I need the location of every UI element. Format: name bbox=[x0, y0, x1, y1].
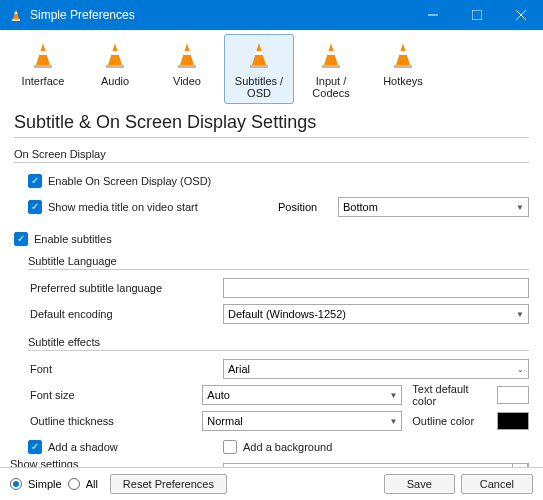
outlinecolor-swatch[interactable] bbox=[497, 412, 529, 430]
preferred-lang-input[interactable] bbox=[223, 278, 529, 298]
svg-rect-23 bbox=[394, 65, 412, 68]
chevron-down-icon: ▼ bbox=[389, 417, 397, 426]
tab-video[interactable]: Video bbox=[152, 34, 222, 104]
simple-radio-label: Simple bbox=[28, 478, 62, 490]
simple-radio[interactable] bbox=[10, 478, 22, 490]
cone-icon bbox=[387, 39, 419, 71]
show-title-label: Show media title on video start bbox=[48, 201, 278, 213]
tab-audio[interactable]: Audio bbox=[80, 34, 150, 104]
svg-rect-8 bbox=[34, 65, 52, 68]
show-settings-group: Simple All Reset Preferences bbox=[10, 474, 227, 494]
svg-marker-18 bbox=[255, 51, 263, 55]
language-legend: Subtitle Language bbox=[28, 253, 529, 270]
svg-marker-24 bbox=[399, 51, 407, 55]
preferred-lang-label: Preferred subtitle language bbox=[28, 282, 223, 294]
svg-rect-14 bbox=[178, 65, 196, 68]
enable-subtitles-checkbox[interactable] bbox=[14, 232, 28, 246]
window-title: Simple Preferences bbox=[30, 8, 411, 22]
app-icon bbox=[8, 7, 24, 23]
effects-group: Subtitle effects Font Arial⌄ Font size A… bbox=[14, 334, 529, 485]
encoding-label: Default encoding bbox=[28, 308, 223, 320]
font-select[interactable]: Arial⌄ bbox=[223, 359, 529, 379]
textcolor-label: Text default color bbox=[402, 383, 492, 407]
cone-icon bbox=[27, 39, 59, 71]
tab-bar: Interface Audio Video Subtitles / OSD In… bbox=[0, 30, 543, 104]
cone-icon bbox=[99, 39, 131, 71]
svg-marker-9 bbox=[39, 51, 47, 55]
shadow-label: Add a shadow bbox=[48, 441, 223, 453]
cone-icon bbox=[171, 39, 203, 71]
all-radio-label: All bbox=[86, 478, 98, 490]
tab-input-codecs[interactable]: Input / Codecs bbox=[296, 34, 366, 104]
cone-icon bbox=[315, 39, 347, 71]
svg-rect-20 bbox=[322, 65, 340, 68]
outlinecolor-label: Outline color bbox=[402, 415, 492, 427]
encoding-select[interactable]: Default (Windows-1252)▼ bbox=[223, 304, 529, 324]
svg-marker-21 bbox=[327, 51, 335, 55]
fontsize-select[interactable]: Auto▼ bbox=[202, 385, 402, 405]
svg-marker-12 bbox=[111, 51, 119, 55]
language-group: Subtitle Language Preferred subtitle lan… bbox=[14, 253, 529, 326]
enable-osd-label: Enable On Screen Display (OSD) bbox=[48, 175, 211, 187]
all-radio[interactable] bbox=[68, 478, 80, 490]
background-checkbox[interactable] bbox=[223, 440, 237, 454]
svg-rect-17 bbox=[250, 65, 268, 68]
background-label: Add a background bbox=[243, 441, 332, 453]
effects-legend: Subtitle effects bbox=[28, 334, 529, 351]
osd-legend: On Screen Display bbox=[14, 146, 529, 163]
svg-marker-15 bbox=[183, 51, 191, 55]
show-title-checkbox[interactable] bbox=[28, 200, 42, 214]
svg-rect-11 bbox=[106, 65, 124, 68]
footer: Simple All Reset Preferences Save Cancel bbox=[0, 467, 543, 500]
shadow-checkbox[interactable] bbox=[28, 440, 42, 454]
svg-rect-1 bbox=[12, 19, 20, 21]
fontsize-label: Font size bbox=[28, 389, 202, 401]
svg-rect-4 bbox=[472, 10, 482, 20]
font-label: Font bbox=[28, 363, 223, 375]
osd-group: On Screen Display Enable On Screen Displ… bbox=[14, 146, 529, 219]
textcolor-swatch[interactable] bbox=[497, 386, 529, 404]
tab-hotkeys[interactable]: Hotkeys bbox=[368, 34, 438, 104]
chevron-down-icon: ▼ bbox=[516, 203, 524, 212]
outline-select[interactable]: Normal▼ bbox=[202, 411, 402, 431]
cancel-button[interactable]: Cancel bbox=[461, 474, 533, 494]
close-button[interactable] bbox=[499, 0, 543, 30]
enable-osd-checkbox[interactable] bbox=[28, 174, 42, 188]
tab-subtitles-osd[interactable]: Subtitles / OSD bbox=[224, 34, 294, 104]
titlebar: Simple Preferences bbox=[0, 0, 543, 30]
outline-label: Outline thickness bbox=[28, 415, 202, 427]
position-select[interactable]: Bottom▼ bbox=[338, 197, 529, 217]
chevron-down-icon: ⌄ bbox=[517, 365, 524, 374]
tab-interface[interactable]: Interface bbox=[8, 34, 78, 104]
cone-icon bbox=[243, 39, 275, 71]
position-label: Position bbox=[278, 201, 338, 213]
main-content: Subtitle & On Screen Display Settings On… bbox=[0, 104, 543, 485]
svg-marker-2 bbox=[15, 12, 18, 14]
chevron-down-icon: ▼ bbox=[516, 310, 524, 319]
maximize-button[interactable] bbox=[455, 0, 499, 30]
page-title: Subtitle & On Screen Display Settings bbox=[14, 112, 529, 138]
minimize-button[interactable] bbox=[411, 0, 455, 30]
enable-subtitles-label: Enable subtitles bbox=[34, 233, 112, 245]
save-button[interactable]: Save bbox=[384, 474, 455, 494]
chevron-down-icon: ▼ bbox=[389, 391, 397, 400]
reset-button[interactable]: Reset Preferences bbox=[110, 474, 227, 494]
